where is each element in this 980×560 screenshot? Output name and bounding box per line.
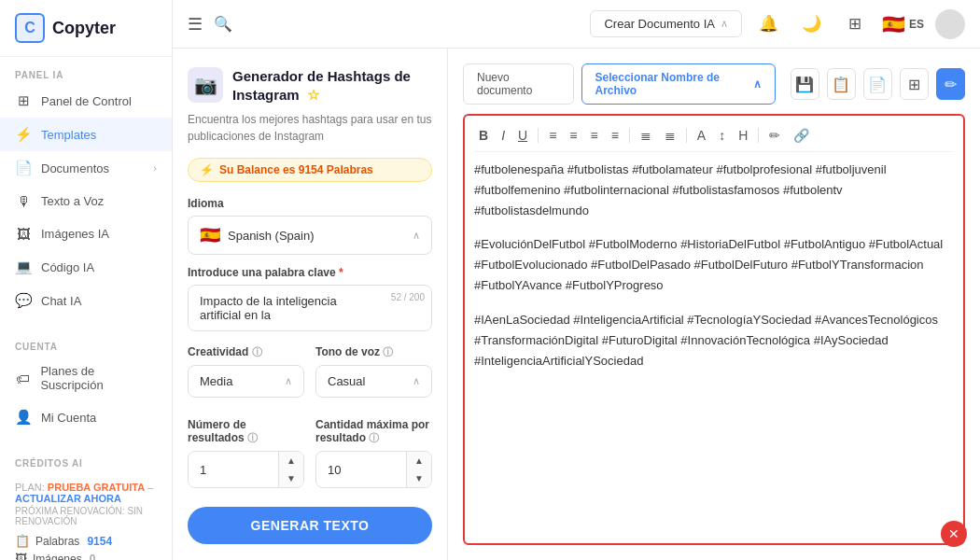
chevron-down-icon: ∧ [721, 18, 728, 30]
sidebar-item-texto-voz[interactable]: 🎙 Texto a Voz [0, 185, 172, 217]
num-results-input: 1 ▲ ▼ [188, 451, 304, 488]
underline-button[interactable]: U [513, 125, 532, 146]
credits-section: PLAN: PRUEBA GRATUITA – ACTUALIZAR AHORA… [0, 472, 172, 560]
duplicate-icon-button[interactable]: ⊞ [900, 68, 929, 100]
draw-button[interactable]: ✏ [764, 125, 785, 146]
font-size-button[interactable]: ↕ [714, 125, 730, 146]
logo-box: C [15, 13, 45, 43]
sidebar-item-mi-cuenta[interactable]: 👤 Mi Cuenta [0, 400, 172, 434]
edit-icon-button[interactable]: ✏ [936, 68, 965, 100]
doc-toolbar: Nuevo documento Seleccionar Nombre de Ar… [463, 63, 965, 105]
creatividad-label: Creatividad ⓘ [188, 345, 304, 359]
idioma-chevron-icon: ∧ [413, 230, 420, 242]
max-stepper-up[interactable]: ▲ [407, 452, 431, 469]
align-right-button[interactable]: ≡ [585, 125, 602, 146]
idioma-select[interactable]: 🇪🇸 Spanish (Spain) ∧ [188, 216, 432, 255]
bolt-icon: ⚡ [200, 163, 214, 176]
close-editor-button[interactable]: ✕ [941, 521, 967, 547]
sidebar-item-chat[interactable]: 💬 Chat IA [0, 284, 172, 317]
creatividad-col: Creatividad ⓘ Media ∧ [188, 334, 304, 398]
sidebar-label: Documentos [41, 161, 109, 175]
ordered-list-button[interactable]: ≣ [636, 125, 656, 146]
hashtag-paragraph-3: #IAenLaSociedad #InteligenciaArtificial … [474, 310, 954, 371]
copy-icon-button[interactable]: 📋 [827, 68, 856, 100]
italic-button[interactable]: I [497, 125, 510, 146]
align-center-button[interactable]: ≡ [565, 125, 581, 146]
palabra-input-wrap: Impacto de la inteligencia artificial en… [188, 285, 432, 334]
font-color-button[interactable]: A [693, 125, 710, 146]
heading-button[interactable]: H [734, 125, 752, 146]
unordered-list-button[interactable]: ≣ [660, 125, 680, 146]
info-icon[interactable]: ⓘ [252, 346, 262, 357]
sidebar-item-planes[interactable]: 🏷 Planes de Suscripción [0, 356, 172, 400]
sidebar-label: Mi Cuenta [41, 411, 96, 425]
sidebar-item-codigo[interactable]: 💻 Código IA [0, 250, 172, 284]
sidebar-item-imagenes[interactable]: 🖼 Imágenes IA [0, 217, 172, 250]
editor-box: B I U ≡ ≡ ≡ ≡ ≣ ≣ A ↕ H ✏ 🔗 #futbolen [463, 114, 965, 545]
sidebar-label: Templates [41, 128, 96, 142]
select-name-chevron-icon: ∧ [753, 77, 762, 91]
stepper-down[interactable]: ▼ [279, 469, 303, 487]
balance-label: Su Balance es 9154 Palabras [219, 163, 373, 176]
download-icon-button[interactable]: 📄 [863, 68, 892, 100]
max-stepper-down[interactable]: ▼ [407, 469, 431, 487]
bold-button[interactable]: B [474, 125, 493, 146]
save-icon-button[interactable]: 💾 [791, 68, 819, 100]
generate-button[interactable]: GENERAR TEXTO [188, 507, 432, 544]
idioma-field-label: Idioma [188, 197, 432, 210]
logo-text: Copyter [52, 19, 116, 38]
star-icon[interactable]: ☆ [307, 87, 319, 103]
select-name-label: Seleccionar Nombre de Archivo [595, 71, 748, 97]
stepper-up[interactable]: ▲ [279, 452, 303, 469]
sidebar: C Copyter PANEL IA ⊞ Panel de Control ⚡ … [0, 0, 173, 560]
sidebar-label: Código IA [41, 260, 94, 274]
language-selector[interactable]: 🇪🇸 ES [882, 13, 924, 35]
align-left-button[interactable]: ≡ [544, 125, 561, 146]
menu-icon[interactable]: ☰ [188, 14, 203, 35]
editor-content[interactable]: #futbolenespaña #futbolistas #futbolamat… [474, 160, 954, 440]
new-doc-tab[interactable]: Nuevo documento [463, 63, 574, 105]
num-info-icon[interactable]: ⓘ [247, 432, 258, 443]
select-name-button[interactable]: Seleccionar Nombre de Archivo ∧ [581, 63, 776, 105]
camera-icon: 📷 [194, 74, 217, 96]
plan-free[interactable]: PRUEBA GRATUITA [48, 482, 145, 493]
user-avatar[interactable] [935, 9, 965, 39]
tool-title-text: Generador de Hashtags de Instagram [232, 68, 411, 103]
main-content: 📷 Generador de Hashtags de Instagram ☆ E… [173, 49, 980, 560]
num-results-value: 1 [189, 455, 278, 485]
sidebar-label: Chat IA [41, 294, 81, 308]
sidebar-item-documentos[interactable]: 📄 Documentos › [0, 151, 172, 185]
topbar: ☰ 🔍 Crear Documento IA ∧ 🔔 🌙 ⊞ 🇪🇸 ES [173, 0, 980, 49]
dark-mode-button[interactable]: 🌙 [796, 8, 828, 40]
tool-description: Encuentra los mejores hashtags para usar… [188, 111, 432, 145]
justify-button[interactable]: ≡ [607, 125, 623, 146]
plan-update-link[interactable]: ACTUALIZAR AHORA [15, 493, 121, 504]
sidebar-header: C Copyter [0, 0, 172, 57]
hashtag-paragraph-2: #EvoluciónDelFutbol #FutbolModerno #Hist… [474, 234, 954, 296]
topbar-search-icon[interactable]: 🔍 [214, 15, 232, 33]
max-results-value: 10 [316, 455, 406, 485]
num-results-label: Número de resultados ⓘ [188, 418, 304, 445]
balance-badge: ⚡ Su Balance es 9154 Palabras [188, 158, 432, 182]
tono-info-icon[interactable]: ⓘ [383, 346, 393, 357]
tono-select[interactable]: Casual ∧ [315, 365, 432, 398]
tono-value: Casual [328, 374, 405, 388]
link-button[interactable]: 🔗 [789, 125, 814, 146]
es-flag-icon: 🇪🇸 [200, 225, 220, 245]
bolt-icon: ⚡ [15, 126, 32, 143]
renewal-label: PRÓXIMA RENOVACIÓN: SIN RENOVACIÓN [15, 506, 157, 526]
fullscreen-button[interactable]: ⊞ [839, 8, 871, 40]
fmt-divider2 [629, 128, 630, 143]
mic-icon: 🎙 [15, 193, 32, 209]
max-info-icon[interactable]: ⓘ [369, 432, 379, 443]
editor-panel: Nuevo documento Seleccionar Nombre de Ar… [448, 49, 980, 560]
cuenta-label: CUENTA [0, 329, 172, 356]
notifications-button[interactable]: 🔔 [753, 8, 785, 40]
sidebar-item-templates[interactable]: ⚡ Templates [0, 118, 172, 151]
doc-icon: 📄 [15, 160, 32, 176]
sidebar-item-panel-control[interactable]: ⊞ Panel de Control [0, 84, 172, 118]
creatividad-select[interactable]: Media ∧ [188, 365, 304, 398]
logo-letter: C [24, 20, 35, 36]
create-doc-button[interactable]: Crear Documento IA ∧ [590, 10, 742, 37]
hashtag-paragraph-1: #futbolenespaña #futbolistas #futbolamat… [474, 160, 954, 221]
